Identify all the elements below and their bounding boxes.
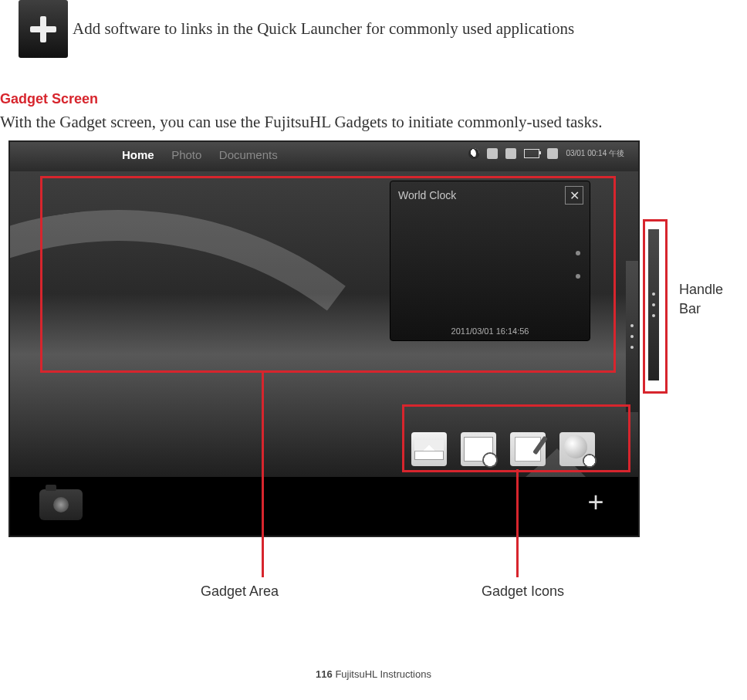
world-clock-gadget[interactable]: World Clock ✕ 2011/03/01 16:14:56 [390,181,590,341]
settings-icon [547,148,558,159]
page-footer: 116 FujitsuHL Instructions [0,668,747,680]
battery-icon [524,149,539,158]
leader-line [262,370,264,577]
section-body: With the Gadget screen, you can use the … [0,113,725,132]
add-launcher-icon[interactable]: + [583,491,609,517]
tab-documents[interactable]: Documents [219,148,278,161]
next-icon[interactable] [576,251,580,255]
quick-launcher-bar: + [10,477,638,536]
volume-icon [505,148,516,159]
tab-photo[interactable]: Photo [171,148,201,161]
footer-title: FujitsuHL Instructions [335,668,431,680]
camera-icon[interactable] [39,489,83,520]
world-clock-title: World Clock [398,189,456,201]
leader-line [516,469,519,577]
gadget-area: World Clock ✕ 2011/03/01 16:14:56 [10,171,638,477]
status-datetime: 03/01 00:14 午後 [566,148,624,159]
close-icon[interactable]: ✕ [565,186,583,205]
label-gadget-icons: Gadget Icons [482,583,564,600]
add-software-text: Add software to links in the Quick Launc… [73,19,574,39]
status-tray: 03/01 00:14 午後 [468,148,624,159]
mail-gadget-icon[interactable] [411,432,447,466]
tab-home[interactable]: Home [122,148,154,161]
page-number: 116 [316,668,333,680]
add-software-row: Add software to links in the Quick Launc… [19,0,574,58]
notepad-gadget-icon[interactable] [510,432,546,466]
gadget-icons-tray [411,432,595,466]
night-mode-icon [468,148,479,159]
handle-bar[interactable] [626,261,638,412]
next-icon[interactable] [576,274,580,279]
app-topbar: Home Photo Documents 03/01 00:14 午後 [10,142,638,171]
label-gadget-area: Gadget Area [201,583,279,600]
calendar-gadget-icon[interactable] [461,432,496,466]
world-clock-timestamp: 2011/03/01 16:14:56 [390,326,590,336]
gadget-screen-figure: Home Photo Documents 03/01 00:14 午後 [8,140,637,534]
plus-icon [19,0,68,58]
callout-handle-bar [643,219,668,394]
worldclock-gadget-icon[interactable] [559,432,595,466]
section-heading: Gadget Screen [0,91,98,107]
label-handle-bar: HandleBar [679,280,723,319]
wifi-icon [487,148,498,159]
